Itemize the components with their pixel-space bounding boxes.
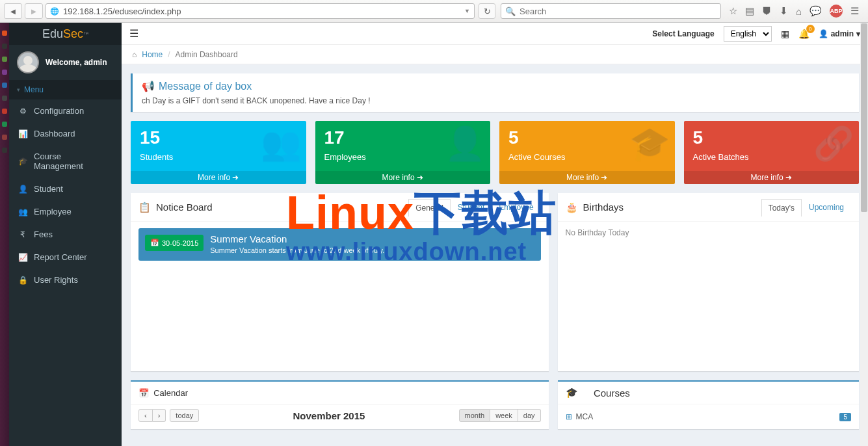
url-bar[interactable]: 🌐 192.168.1.25/edusec/index.php ▼ [46, 3, 475, 19]
pocket-icon[interactable]: ⛊ [762, 6, 772, 17]
back-button[interactable]: ◄ [4, 3, 22, 19]
forward-button[interactable]: ► [25, 3, 43, 19]
menu-icon[interactable]: ☰ [850, 5, 859, 17]
bookmark-star-icon[interactable]: ☆ [729, 5, 737, 17]
library-icon[interactable]: ▤ [745, 5, 754, 17]
browser-tool-icons: ☆ ▤ ⛊ ⬇ ⌂ 💬 ABP ☰ [724, 5, 864, 18]
search-input[interactable] [519, 7, 717, 16]
downloads-icon[interactable]: ⬇ [780, 5, 788, 17]
browser-search[interactable]: 🔍 [501, 3, 721, 19]
browser-toolbar: ◄ ► 🌐 192.168.1.25/edusec/index.php ▼ ↻ … [0, 0, 868, 23]
reload-button[interactable]: ↻ [479, 3, 495, 19]
home-icon[interactable]: ⌂ [796, 6, 802, 17]
url-text: 192.168.1.25/edusec/index.php [63, 7, 460, 16]
globe-icon: 🌐 [50, 7, 59, 16]
abp-icon[interactable]: ABP [830, 5, 843, 18]
chat-icon[interactable]: 💬 [809, 5, 822, 17]
search-icon: 🔍 [505, 7, 516, 16]
url-dropdown-icon[interactable]: ▼ [464, 8, 470, 14]
